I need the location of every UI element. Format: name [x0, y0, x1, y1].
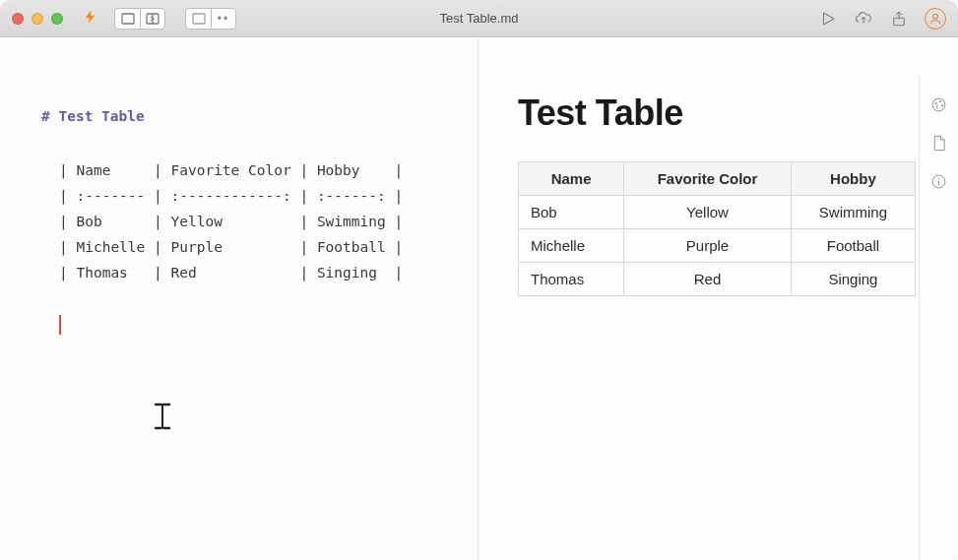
titlebar: •• Test Table.md	[0, 0, 958, 37]
table-header-row: Name Favorite Color Hobby	[519, 162, 916, 196]
file-title: Test Table.md	[440, 11, 519, 26]
svg-point-9	[939, 100, 941, 102]
table-cell: Thomas	[519, 263, 624, 296]
svg-point-6	[933, 14, 938, 19]
rendered-table: Name Favorite Color Hobby Bob Yellow Swi…	[518, 161, 916, 296]
svg-marker-4	[824, 13, 835, 25]
table-header-cell: Favorite Color	[624, 162, 792, 196]
table-row-data: | Michelle | Purple | Football |	[59, 234, 478, 260]
traffic-lights	[12, 13, 63, 25]
main-content: # Test Table | Name | Favorite Color | H…	[0, 37, 958, 560]
ibeam-cursor-icon	[153, 402, 172, 438]
table-cell: Singing	[791, 263, 915, 296]
markdown-heading: # Test Table	[41, 108, 478, 124]
svg-point-10	[941, 104, 943, 106]
info-icon[interactable]	[930, 173, 947, 194]
titlebar-right	[818, 8, 946, 30]
minimize-button[interactable]	[32, 13, 43, 25]
preview-heading: Test Table	[518, 93, 919, 134]
table-cell: Michelle	[519, 229, 624, 263]
app-window: •• Test Table.md # Test Table | Name | F…	[0, 0, 958, 560]
play-button[interactable]	[818, 9, 838, 29]
build-icon[interactable]	[83, 9, 98, 29]
table-row-separator: | :------- | :------------: | :------: |	[59, 183, 478, 209]
svg-point-13	[938, 178, 939, 179]
appearance-icon[interactable]	[930, 96, 947, 117]
editor-pane[interactable]: # Test Table | Name | Favorite Color | H…	[0, 37, 479, 560]
svg-point-7	[932, 98, 945, 111]
table-cell: Bob	[519, 196, 624, 229]
option-b-button[interactable]: ••	[211, 8, 236, 30]
svg-rect-3	[193, 14, 205, 24]
view-options-toggle: ••	[185, 8, 236, 30]
table-row: Thomas Red Singing	[519, 263, 916, 296]
share-button[interactable]	[889, 9, 909, 29]
cloud-upload-button[interactable]	[854, 9, 873, 29]
text-cursor	[59, 315, 478, 335]
table-cell: Football	[791, 229, 915, 263]
split-view-button[interactable]	[140, 8, 165, 30]
table-cell: Swimming	[791, 196, 915, 229]
table-header-cell: Hobby	[791, 162, 915, 196]
right-sidebar	[919, 75, 958, 560]
table-cell: Yellow	[624, 196, 792, 229]
option-a-button[interactable]	[185, 8, 211, 30]
table-row: Bob Yellow Swimming	[519, 196, 916, 229]
table-row-data: | Thomas | Red | Singing |	[59, 260, 478, 285]
table-header-cell: Name	[519, 162, 624, 196]
close-button[interactable]	[12, 13, 24, 25]
table-cell: Purple	[624, 229, 792, 263]
dots-icon: ••	[218, 12, 229, 26]
editor-only-button[interactable]	[114, 8, 140, 30]
table-row-data: | Bob | Yellow | Swimming |	[59, 209, 478, 234]
svg-rect-0	[122, 14, 134, 24]
svg-point-8	[935, 102, 937, 104]
table-cell: Red	[624, 263, 792, 296]
view-mode-toggle	[114, 8, 165, 30]
preview-pane: Test Table Name Favorite Color Hobby Bob…	[479, 37, 958, 560]
user-avatar[interactable]	[925, 8, 946, 30]
pdf-export-icon[interactable]	[930, 135, 947, 156]
zoom-button[interactable]	[51, 13, 63, 25]
table-row-header: | Name | Favorite Color | Hobby |	[59, 157, 478, 183]
table-row: Michelle Purple Football	[519, 229, 916, 263]
